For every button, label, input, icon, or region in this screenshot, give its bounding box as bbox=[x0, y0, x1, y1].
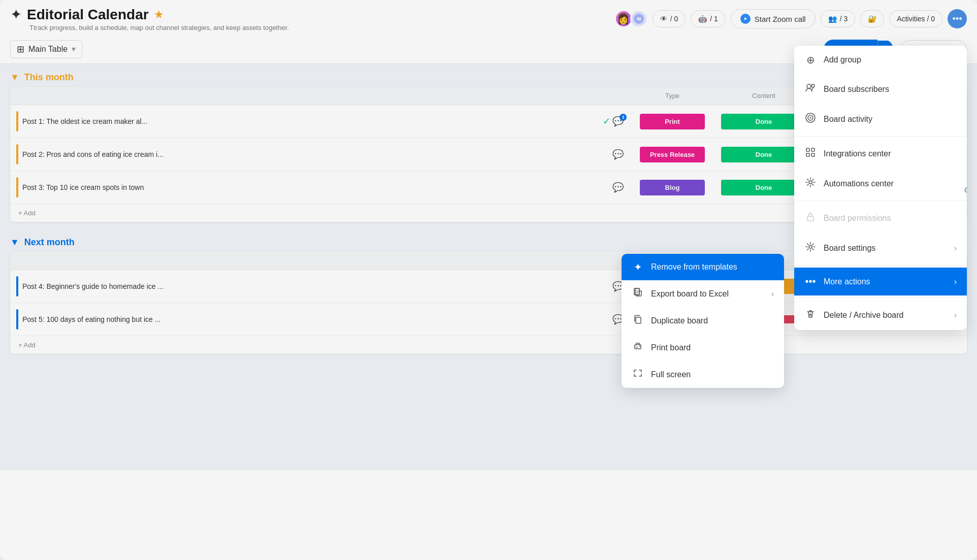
more-actions-label: More actions bbox=[824, 277, 870, 286]
add-group-label: Add group bbox=[824, 55, 861, 64]
duplicate-icon bbox=[632, 314, 644, 327]
svg-rect-19 bbox=[635, 345, 641, 349]
more-actions-submenu: ✦ Remove from templates Export board to … bbox=[622, 254, 784, 388]
settings-arrow: › bbox=[954, 244, 957, 253]
svg-rect-9 bbox=[806, 148, 809, 151]
svg-rect-10 bbox=[811, 148, 815, 151]
permissions-label: Board permissions bbox=[824, 214, 891, 223]
menu-board-activity[interactable]: Board activity bbox=[794, 104, 967, 134]
menu-board-subscribers[interactable]: Board subscribers bbox=[794, 74, 967, 104]
integrations-label: Integrations center bbox=[824, 149, 891, 158]
svg-rect-12 bbox=[811, 153, 815, 156]
permissions-icon bbox=[804, 211, 817, 225]
export-icon bbox=[632, 287, 644, 300]
link-icon: 🔗 bbox=[964, 182, 967, 193]
settings-icon bbox=[804, 241, 817, 255]
integrations-icon bbox=[804, 147, 817, 160]
menu-duplicate[interactable]: Duplicate board bbox=[622, 307, 784, 334]
menu-delete-archive[interactable]: Delete / Archive board › bbox=[794, 300, 967, 330]
menu-export-excel[interactable]: Export board to Excel › bbox=[622, 280, 784, 307]
svg-point-15 bbox=[809, 245, 812, 248]
svg-point-4 bbox=[807, 84, 811, 88]
more-actions-arrow: › bbox=[954, 277, 957, 286]
delete-archive-label: Delete / Archive board bbox=[824, 311, 903, 320]
menu-settings[interactable]: Board settings › bbox=[794, 233, 967, 263]
svg-rect-14 bbox=[807, 216, 813, 221]
svg-point-5 bbox=[811, 84, 815, 87]
print-icon bbox=[632, 341, 644, 354]
board-activity-icon bbox=[804, 112, 817, 126]
automations-label: Automations center bbox=[824, 179, 894, 188]
delete-archive-arrow: › bbox=[954, 311, 957, 320]
print-board-label: Print board bbox=[651, 343, 691, 352]
svg-point-13 bbox=[809, 181, 812, 184]
svg-rect-20 bbox=[636, 347, 638, 348]
menu-permissions: Board permissions bbox=[794, 203, 967, 233]
app-container: ✦ Editorial Calendar ★ Ttrack progress, … bbox=[0, 0, 977, 560]
svg-rect-11 bbox=[806, 153, 809, 156]
more-actions-icon: ••• bbox=[804, 276, 817, 287]
divider-2 bbox=[794, 201, 967, 201]
export-excel-arrow: › bbox=[771, 289, 774, 299]
menu-fullscreen[interactable]: Full screen bbox=[622, 361, 784, 388]
menu-print-board[interactable]: Print board bbox=[622, 334, 784, 361]
right-dropdown: ⊕ Add group Board subscribers Board acti… bbox=[794, 46, 967, 330]
menu-more-actions[interactable]: ••• More actions › bbox=[794, 268, 967, 295]
duplicate-label: Duplicate board bbox=[651, 316, 708, 325]
settings-label: Board settings bbox=[824, 244, 875, 253]
menu-automations[interactable]: Automations center bbox=[794, 169, 967, 199]
divider-4 bbox=[794, 298, 967, 298]
export-excel-label: Export board to Excel bbox=[651, 289, 729, 299]
divider-3 bbox=[794, 265, 967, 266]
board-subscribers-label: Board subscribers bbox=[824, 85, 889, 94]
menu-integrations[interactable]: Integrations center bbox=[794, 139, 967, 169]
automations-icon bbox=[804, 177, 817, 190]
board-activity-label: Board activity bbox=[824, 115, 872, 124]
menu-remove-templates[interactable]: ✦ Remove from templates bbox=[622, 254, 784, 280]
remove-templates-icon: ✦ bbox=[632, 261, 644, 273]
delete-icon bbox=[804, 308, 817, 322]
menu-add-group[interactable]: ⊕ Add group bbox=[794, 46, 967, 74]
divider-1 bbox=[794, 136, 967, 137]
svg-rect-18 bbox=[636, 317, 641, 323]
svg-point-21 bbox=[639, 346, 640, 347]
svg-point-8 bbox=[810, 117, 811, 119]
fullscreen-label: Full screen bbox=[651, 370, 691, 379]
remove-templates-label: Remove from templates bbox=[651, 262, 737, 272]
fullscreen-icon bbox=[632, 368, 644, 381]
add-group-icon: ⊕ bbox=[804, 54, 817, 66]
board-subscribers-icon bbox=[804, 82, 817, 96]
